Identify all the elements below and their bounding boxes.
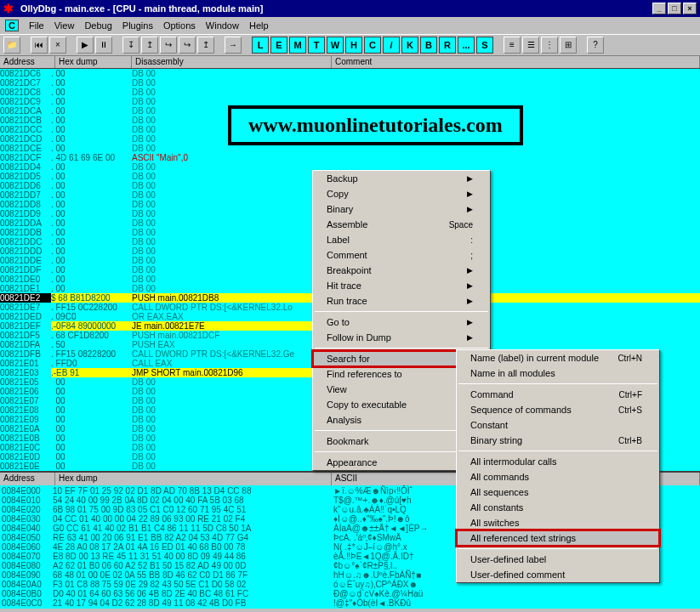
menu-item-binary[interactable]: Binary▶ <box>313 201 490 217</box>
disasm-row[interactable]: 00821DCF. 4D 61 69 6E 00ASCII "Main",0 <box>0 153 700 162</box>
menu-item-user-defined-label[interactable]: User-defined label <box>457 552 659 567</box>
run-button[interactable]: ▶ <box>77 37 94 54</box>
options2-button[interactable]: ☰ <box>522 37 539 54</box>
menu-item-all-switches[interactable]: All switches <box>457 515 659 530</box>
menu-item-breakpoint[interactable]: Breakpoint▶ <box>313 263 490 278</box>
menu-item-all-commands[interactable]: All commands <box>457 469 659 484</box>
toolbar: 📁 ⏮ × ▶ ⏸ ↧ ↥ ↪ ↪ ↥ → L E M T W H C / K … <box>0 34 700 56</box>
trace-over-button[interactable]: ↪ <box>179 37 196 54</box>
menu-debug[interactable]: Debug <box>84 20 111 31</box>
callstack-button[interactable]: K <box>401 37 418 54</box>
window-titlebar: ✱ OllyDbg - main.exe - [CPU - main threa… <box>0 0 700 17</box>
threads-button[interactable]: T <box>308 37 325 54</box>
pause-button[interactable]: ⏸ <box>95 37 112 54</box>
menu-item-name-label-in-current-module[interactable]: Name (label) in current moduleCtrl+N <box>457 350 659 366</box>
step-over-button[interactable]: ↥ <box>141 37 158 54</box>
menu-item-comment[interactable]: Comment; <box>313 247 490 263</box>
breakpoints-button[interactable]: B <box>420 37 437 54</box>
step-into-button[interactable]: ↧ <box>122 37 139 54</box>
menu-item-follow-in-dump[interactable]: Follow in Dump▶ <box>313 330 490 345</box>
maximize-button[interactable]: □ <box>668 3 681 14</box>
disasm-row[interactable]: 00821DC8. 00DB 00 <box>0 88 700 97</box>
handles-button[interactable]: H <box>345 37 362 54</box>
dump-row[interactable]: 0084E0B0D0 40 01 64 60 63 56 06 4B 8D 2E… <box>2 589 698 598</box>
runtrace-button[interactable]: ... <box>458 37 475 54</box>
menu-view[interactable]: View <box>54 20 75 31</box>
menu-plugins[interactable]: Plugins <box>122 20 153 31</box>
options3-button[interactable]: ⋮ <box>541 37 558 54</box>
menu-item-binary-string[interactable]: Binary stringCtrl+B <box>457 433 659 448</box>
disasm-header: Address Hex dump Disassembly Comment <box>0 56 700 69</box>
dump-row[interactable]: 0084E0C021 40 17 94 04 D2 62 28 8D 49 11… <box>2 598 698 608</box>
minimize-button[interactable]: _ <box>652 3 666 14</box>
goto-button[interactable]: → <box>225 37 242 54</box>
dump-column-address[interactable]: Address <box>0 473 55 485</box>
dump-column-hexdump[interactable]: Hex dump <box>55 473 332 485</box>
column-address[interactable]: Address <box>0 56 55 68</box>
source-button[interactable]: S <box>476 37 493 54</box>
menu-help[interactable]: Help <box>249 20 269 31</box>
close-button[interactable]: × <box>49 37 66 54</box>
menubar: C File View Debug Plugins Options Window… <box>0 17 700 34</box>
cpu-button[interactable]: C <box>364 37 381 54</box>
execute-till-return-button[interactable]: ↥ <box>197 37 214 54</box>
trace-into-button[interactable]: ↪ <box>160 37 177 54</box>
help-button[interactable]: ? <box>587 37 604 54</box>
menu-item-name-in-all-modules[interactable]: Name in all modules <box>457 366 659 381</box>
window-title: OllyDbg - main.exe - [CPU - main thread,… <box>20 3 652 14</box>
menu-item-all-referenced-text-strings[interactable]: All referenced text strings <box>457 530 659 546</box>
menu-item-go-to[interactable]: Go to▶ <box>313 314 490 330</box>
menu-item-hit-trace[interactable]: Hit trace▶ <box>313 278 490 293</box>
log-window-button[interactable]: L <box>252 37 269 54</box>
menu-item-assemble[interactable]: AssembleSpace <box>313 217 490 232</box>
menu-item-sequence-of-commands[interactable]: Sequence of commandsCtrl+S <box>457 402 659 417</box>
column-disassembly[interactable]: Disassembly <box>132 56 332 68</box>
menu-item-all-intermodular-calls[interactable]: All intermodular calls <box>457 454 659 469</box>
menu-file[interactable]: File <box>29 20 44 31</box>
cpu-icon[interactable]: C <box>5 20 19 31</box>
menu-item-command[interactable]: CommandCtrl+F <box>457 387 659 402</box>
menu-window[interactable]: Window <box>206 20 239 31</box>
open-button[interactable]: 📁 <box>3 37 20 54</box>
disasm-row[interactable]: 00821DC6. 00DB 00 <box>0 69 700 78</box>
windows-button[interactable]: W <box>327 37 344 54</box>
memory-button[interactable]: M <box>289 37 306 54</box>
disasm-row[interactable]: 00821DC7. 00DB 00 <box>0 78 700 88</box>
references-button[interactable]: R <box>439 37 456 54</box>
menu-item-backup[interactable]: Backup▶ <box>313 171 490 186</box>
restart-button[interactable]: ⏮ <box>31 37 48 54</box>
watermark-text: www.muonlinetutoriales.com <box>228 105 523 145</box>
menu-item-constant[interactable]: Constant <box>457 417 659 433</box>
close-button[interactable]: × <box>683 3 697 14</box>
menu-item-all-sequences[interactable]: All sequences <box>457 484 659 500</box>
menu-item-all-constants[interactable]: All constants <box>457 500 659 515</box>
app-icon: ✱ <box>3 2 17 15</box>
patches-button[interactable]: / <box>383 37 400 54</box>
options1-button[interactable]: ≡ <box>504 37 521 54</box>
executable-modules-button[interactable]: E <box>270 37 287 54</box>
column-comment[interactable]: Comment <box>332 56 700 68</box>
menu-item-user-defined-comment[interactable]: User-defined comment <box>457 567 659 582</box>
menu-item-copy[interactable]: Copy▶ <box>313 186 490 201</box>
menu-item-label[interactable]: Label: <box>313 232 490 247</box>
menu-options[interactable]: Options <box>163 20 196 31</box>
context-menu-searchfor[interactable]: Name (label) in current moduleCtrl+NName… <box>456 349 660 583</box>
options4-button[interactable]: ⊞ <box>560 37 577 54</box>
menu-item-run-trace[interactable]: Run trace▶ <box>313 293 490 309</box>
column-hexdump[interactable]: Hex dump <box>55 56 132 68</box>
